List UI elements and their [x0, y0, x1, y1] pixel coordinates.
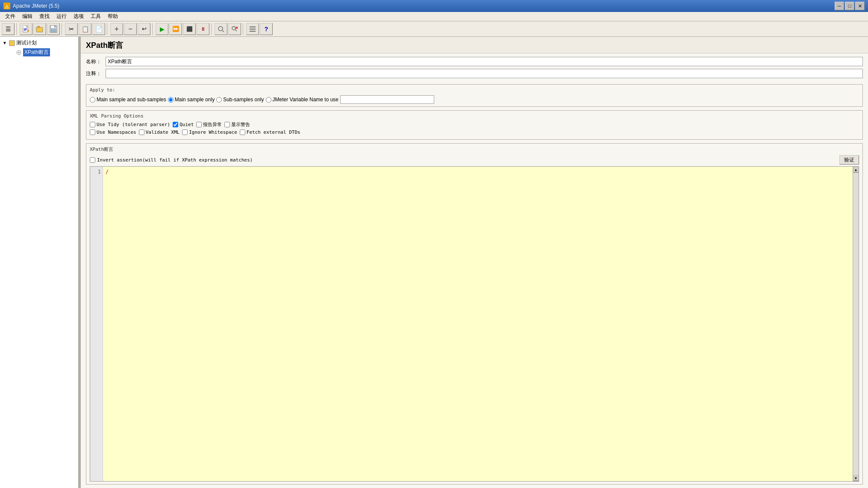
check-fetch-dtds-label: Fetch external DTDs — [247, 129, 300, 135]
check-show-warning-input[interactable] — [224, 122, 230, 127]
check-ignore-whitespace[interactable]: Ignore Whitespace — [182, 129, 237, 135]
app-title: Apache JMeter (5.5) — [13, 3, 59, 9]
radio-jmeter-var-input[interactable] — [266, 97, 271, 103]
menu-options[interactable]: 选项 — [70, 12, 87, 21]
check-namespaces-input[interactable] — [90, 129, 95, 135]
new-button[interactable] — [20, 23, 32, 35]
scrollbar-right[interactable]: ▲ ▼ — [853, 167, 859, 481]
search-reset-button[interactable] — [228, 23, 241, 35]
check-report-exception[interactable]: 报告异常 — [196, 121, 222, 128]
menu-file[interactable]: 文件 — [2, 12, 19, 21]
back-button[interactable]: ↩ — [138, 23, 150, 35]
check-quiet[interactable]: Quiet — [173, 122, 194, 127]
radio-sub-only-input[interactable] — [216, 97, 222, 103]
run-all-button[interactable]: ⏩ — [169, 23, 182, 35]
radio-main-only[interactable]: Main sample only — [168, 97, 215, 103]
maximize-button[interactable]: □ — [845, 2, 854, 10]
invert-check-input[interactable] — [90, 157, 95, 163]
svg-point-15 — [232, 26, 235, 30]
window-controls: ─ □ ✕ — [835, 2, 865, 10]
sep6 — [243, 23, 244, 35]
svg-rect-12 — [51, 29, 56, 32]
svg-line-14 — [222, 30, 224, 32]
svg-marker-6 — [27, 29, 29, 32]
run-button[interactable]: ▶ — [156, 23, 168, 35]
tree-label-testplan: 测试计划 — [16, 39, 37, 47]
check-quiet-label: Quiet — [179, 122, 194, 127]
scroll-down-arrow[interactable]: ▼ — [853, 475, 859, 481]
menu-search[interactable]: 查找 — [36, 12, 53, 21]
menu-help[interactable]: 帮助 — [104, 12, 121, 21]
check-fetch-dtds[interactable]: Fetch external DTDs — [240, 129, 300, 135]
check-show-warning[interactable]: 显示警告 — [224, 121, 250, 128]
stop-button[interactable]: ⬛ — [183, 23, 196, 35]
svg-rect-2 — [23, 26, 26, 27]
xpath-toolbar: Invert assertion(will fail if XPath expr… — [90, 155, 859, 165]
sep3 — [107, 23, 109, 35]
verify-button[interactable]: 验证 — [839, 155, 859, 165]
xml-row2: Use Namespaces Validate XML Ignore White… — [90, 129, 859, 135]
apply-to-title: Apply to: — [90, 87, 859, 93]
code-input[interactable]: / — [103, 167, 853, 481]
paste-button[interactable]: 📄 — [92, 23, 105, 35]
remove-button[interactable]: − — [124, 23, 137, 35]
check-validate-xml-input[interactable] — [139, 129, 144, 135]
toggle-tree-button[interactable]: ☰ — [2, 23, 15, 35]
minimize-button[interactable]: ─ — [835, 2, 844, 10]
menu-tools[interactable]: 工具 — [87, 12, 104, 21]
radio-main-sub[interactable]: Main sample and sub-samples — [90, 97, 166, 103]
right-panel: XPath断言 名称： 注释： Apply to: Main sample an… — [81, 37, 868, 488]
search-button[interactable] — [215, 23, 227, 35]
radio-jmeter-var[interactable]: JMeter Variable Name to use — [266, 97, 339, 103]
name-input[interactable] — [106, 57, 863, 66]
jmeter-var-input[interactable] — [340, 95, 434, 104]
tree-panel: ▼ 测试计划 XPath断言 — [0, 37, 79, 488]
svg-rect-19 — [250, 26, 256, 27]
xml-parsing-section: XML Parsing Options Use Tidy (tolerant p… — [86, 110, 863, 140]
check-validate-xml[interactable]: Validate XML — [139, 129, 179, 135]
sep1 — [16, 23, 18, 35]
radio-sub-only[interactable]: Sub-samples only — [216, 97, 264, 103]
cut-button[interactable]: ✂ — [65, 23, 78, 35]
sep2 — [62, 23, 63, 35]
check-report-exception-input[interactable] — [196, 122, 202, 127]
comment-input[interactable] — [106, 69, 863, 78]
check-quiet-input[interactable] — [173, 122, 178, 127]
radio-main-sub-input[interactable] — [90, 97, 95, 103]
xml-parsing-title: XML Parsing Options — [90, 113, 859, 119]
line-number-1: 1 — [92, 168, 101, 176]
check-ignore-whitespace-input[interactable] — [182, 129, 188, 135]
app-icon: △ — [3, 3, 10, 9]
help-button[interactable]: ? — [260, 23, 273, 35]
close-button[interactable]: ✕ — [855, 2, 865, 10]
add-button[interactable]: + — [110, 23, 123, 35]
tree-toggle-xpath — [9, 50, 15, 56]
tree-item-testplan[interactable]: ▼ 测试计划 — [0, 38, 78, 47]
invert-check-label[interactable]: Invert assertion(will fail if XPath expr… — [90, 157, 253, 163]
list-button[interactable] — [246, 23, 259, 35]
menu-run[interactable]: 运行 — [53, 12, 70, 21]
check-fetch-dtds-input[interactable] — [240, 129, 245, 135]
check-use-tidy-input[interactable] — [90, 122, 95, 127]
check-use-tidy[interactable]: Use Tidy (tolerant parser) — [90, 122, 170, 127]
open-button[interactable] — [33, 23, 46, 35]
tree-item-xpath[interactable]: XPath断言 — [0, 47, 78, 57]
stop-all-button[interactable]: ⏸ — [197, 23, 209, 35]
scroll-up-arrow[interactable]: ▲ — [853, 167, 859, 173]
code-editor: 1 / ▲ ▼ — [90, 166, 859, 482]
xpath-assertion-section: XPath断言 Invert assertion(will fail if XP… — [86, 143, 863, 485]
xml-row1: Use Tidy (tolerant parser) Quiet 报告异常 显示… — [90, 121, 859, 128]
svg-rect-7 — [36, 27, 43, 32]
menu-edit[interactable]: 编辑 — [19, 12, 36, 21]
name-row: 名称： — [86, 57, 863, 66]
tree-toggle-testplan[interactable]: ▼ — [2, 40, 8, 46]
comment-label: 注释： — [86, 70, 103, 77]
radio-main-only-input[interactable] — [168, 97, 174, 103]
check-show-warning-label: 显示警告 — [231, 121, 250, 128]
name-label: 名称： — [86, 58, 103, 65]
check-namespaces[interactable]: Use Namespaces — [90, 129, 136, 135]
save-button[interactable] — [47, 23, 60, 35]
xpath-assertion-title: XPath断言 — [90, 146, 859, 153]
copy-button[interactable]: 📋 — [79, 23, 91, 35]
svg-rect-11 — [54, 26, 55, 27]
